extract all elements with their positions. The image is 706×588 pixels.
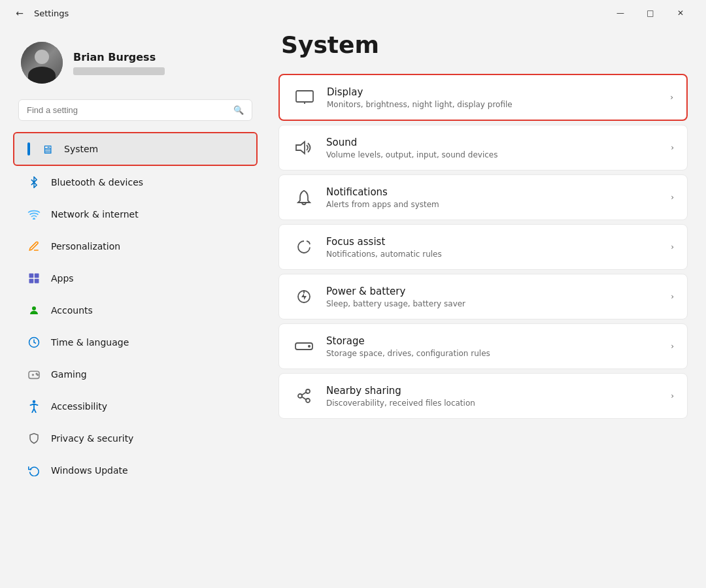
svg-point-22: [306, 389, 310, 393]
avatar-image: [21, 42, 63, 84]
accessibility-icon: [26, 399, 42, 414]
active-indicator: [27, 142, 30, 155]
avatar: [21, 42, 63, 84]
sidebar-label-apps: Apps: [51, 273, 74, 284]
storage-title: Storage: [326, 335, 660, 347]
sidebar-label-time: Time & language: [51, 337, 129, 348]
nearby-title: Nearby sharing: [326, 385, 660, 397]
profile-email-bar: [73, 67, 165, 75]
apps-icon: [26, 270, 42, 286]
profile-section: Brian Burgess: [8, 31, 263, 99]
sidebar-item-gaming[interactable]: Gaming: [13, 359, 258, 390]
sound-chevron: ›: [671, 143, 674, 152]
storage-desc: Storage space, drives, configuration rul…: [326, 349, 660, 358]
focus-text: Focus assist Notifications, automatic ru…: [326, 236, 660, 259]
system-icon: 🖥: [39, 141, 55, 157]
search-icon: 🔍: [233, 105, 244, 115]
sidebar-item-privacy[interactable]: Privacy & security: [13, 423, 258, 454]
sidebar-item-bluetooth[interactable]: Bluetooth & devices: [13, 167, 258, 198]
sidebar-item-time[interactable]: Time & language: [13, 327, 258, 358]
storage-text: Storage Storage space, drives, configura…: [326, 335, 660, 358]
sidebar-item-system[interactable]: 🖥 System: [13, 132, 258, 166]
back-button[interactable]: ←: [10, 4, 29, 22]
notifications-chevron: ›: [671, 193, 674, 202]
sidebar-item-apps[interactable]: Apps: [13, 263, 258, 294]
svg-rect-2: [35, 274, 39, 278]
sidebar-label-bluetooth: Bluetooth & devices: [51, 177, 143, 188]
titlebar: ← Settings — □ ✕: [0, 0, 706, 26]
sidebar-item-accessibility[interactable]: Accessibility: [13, 391, 258, 422]
storage-icon: [292, 335, 316, 358]
focus-desc: Notifications, automatic rules: [326, 250, 660, 259]
app-title: Settings: [34, 8, 605, 18]
sidebar-label-network: Network & internet: [51, 209, 139, 220]
search-container: 🔍: [8, 99, 263, 131]
search-input[interactable]: [27, 105, 228, 115]
svg-point-5: [32, 306, 36, 310]
maximize-button[interactable]: □: [635, 3, 665, 24]
profile-name: Brian Burgess: [73, 51, 165, 63]
profile-info: Brian Burgess: [73, 51, 165, 75]
svg-marker-16: [296, 142, 305, 154]
nearby-desc: Discoverability, received files location: [326, 399, 660, 408]
privacy-icon: [26, 431, 42, 446]
nearby-text: Nearby sharing Discoverability, received…: [326, 385, 660, 408]
network-icon: [26, 206, 42, 222]
sound-desc: Volume levels, output, input, sound devi…: [326, 150, 660, 159]
sidebar-label-windows-update: Windows Update: [51, 465, 128, 476]
settings-item-power[interactable]: Power & battery Sleep, battery usage, ba…: [278, 274, 688, 319]
power-title: Power & battery: [326, 286, 660, 297]
time-icon: [26, 335, 42, 350]
power-text: Power & battery Sleep, battery usage, ba…: [326, 286, 660, 308]
main-content: System Display Monitors, brightness, nig…: [268, 26, 698, 580]
sidebar-label-privacy: Privacy & security: [51, 433, 133, 444]
svg-rect-13: [296, 91, 313, 102]
focus-chevron: ›: [671, 242, 674, 252]
settings-item-focus[interactable]: Focus assist Notifications, automatic ru…: [278, 224, 688, 270]
settings-list: Display Monitors, brightness, night ligh…: [278, 74, 688, 419]
svg-point-23: [298, 394, 302, 398]
display-desc: Monitors, brightness, night light, displ…: [327, 100, 660, 109]
bluetooth-icon: [26, 174, 42, 190]
power-chevron: ›: [671, 292, 674, 301]
window-controls: — □ ✕: [605, 3, 696, 24]
gaming-icon: [26, 367, 42, 382]
sidebar-label-personalization: Personalization: [51, 241, 120, 252]
display-text: Display Monitors, brightness, night ligh…: [327, 86, 660, 109]
settings-item-storage[interactable]: Storage Storage space, drives, configura…: [278, 323, 688, 369]
app-container: Brian Burgess 🔍 🖥 System Blu: [0, 26, 706, 588]
settings-item-notifications[interactable]: Notifications Alerts from apps and syste…: [278, 174, 688, 220]
sound-text: Sound Volume levels, output, input, soun…: [326, 137, 660, 159]
sidebar-nav: 🖥 System Bluetooth & devices Network & i…: [8, 131, 263, 487]
settings-item-sound[interactable]: Sound Volume levels, output, input, soun…: [278, 125, 688, 171]
power-desc: Sleep, battery usage, battery saver: [326, 299, 660, 308]
svg-point-24: [306, 399, 310, 402]
svg-rect-1: [29, 274, 34, 278]
svg-line-26: [302, 397, 307, 399]
svg-point-0: [33, 218, 35, 220]
close-button[interactable]: ✕: [665, 3, 696, 24]
notifications-title: Notifications: [326, 186, 660, 198]
accounts-icon: [26, 302, 42, 318]
sidebar-item-personalization[interactable]: Personalization: [13, 231, 258, 262]
sidebar-label-system: System: [64, 144, 98, 154]
search-box: 🔍: [18, 99, 252, 121]
sidebar-item-windows-update[interactable]: Windows Update: [13, 455, 258, 486]
sidebar-label-gaming: Gaming: [51, 369, 87, 380]
svg-point-11: [37, 374, 39, 376]
focus-title: Focus assist: [326, 236, 660, 248]
nearby-icon: [292, 384, 316, 408]
settings-item-nearby[interactable]: Nearby sharing Discoverability, received…: [278, 373, 688, 419]
display-icon: [293, 86, 316, 109]
focus-icon: [292, 235, 316, 259]
page-title: System: [278, 31, 688, 58]
sidebar-item-accounts[interactable]: Accounts: [13, 295, 258, 326]
minimize-button[interactable]: —: [605, 3, 635, 24]
svg-line-25: [302, 392, 307, 395]
notifications-text: Notifications Alerts from apps and syste…: [326, 186, 660, 209]
display-title: Display: [327, 86, 660, 98]
settings-item-display[interactable]: Display Monitors, brightness, night ligh…: [278, 74, 688, 121]
sidebar-item-network[interactable]: Network & internet: [13, 199, 258, 230]
power-icon: [292, 285, 316, 308]
svg-rect-3: [29, 279, 34, 284]
